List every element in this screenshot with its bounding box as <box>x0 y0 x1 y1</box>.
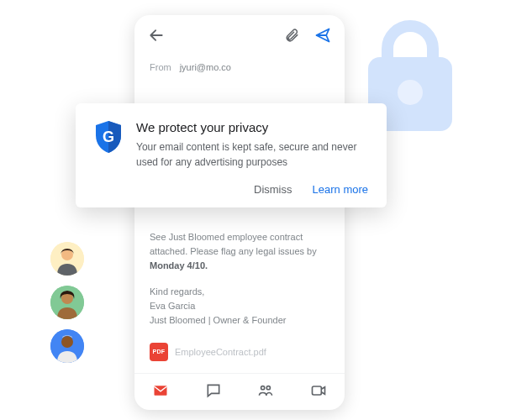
sig-name: Eva Garcia <box>150 299 329 313</box>
pdf-icon: PDF <box>150 343 168 361</box>
attachment-icon[interactable] <box>284 28 299 46</box>
from-value: jyuri@mo.co <box>180 62 231 72</box>
svg-point-4 <box>261 386 265 389</box>
from-row: From jyuri@mo.co <box>134 59 345 79</box>
nav-chat-icon[interactable] <box>205 382 222 402</box>
email-signature: Kind regards, Eva Garcia Just Bloomed | … <box>150 285 329 328</box>
privacy-body: Your email content is kept safe, secure … <box>136 139 368 170</box>
svg-point-5 <box>267 386 271 389</box>
dismiss-button[interactable]: Dismiss <box>254 183 292 196</box>
email-body-deadline: Monday 4/10. <box>150 260 208 270</box>
shield-icon: G <box>94 120 123 154</box>
attachment-filename: EmployeeContract.pdf <box>175 345 266 360</box>
svg-text:G: G <box>103 129 114 145</box>
email-text: See Just Bloomed employee contract attac… <box>150 230 329 273</box>
privacy-popup: G We protect your privacy Your email con… <box>76 103 387 207</box>
compose-topbar <box>134 15 345 59</box>
sig-regards: Kind regards, <box>150 285 329 299</box>
email-body-text: See Just Bloomed employee contract attac… <box>150 232 317 256</box>
svg-point-1 <box>398 80 423 105</box>
avatar <box>50 242 84 276</box>
nav-meet-icon[interactable] <box>310 382 327 402</box>
phone-frame: From jyuri@mo.co See Just Bloomed employ… <box>134 15 345 410</box>
svg-point-13 <box>61 336 73 348</box>
nav-mail-icon[interactable] <box>152 382 169 402</box>
attachment-chip[interactable]: PDF EmployeeContract.pdf <box>150 343 329 361</box>
collaborator-avatars <box>50 242 84 363</box>
send-icon[interactable] <box>314 27 331 47</box>
privacy-title: We protect your privacy <box>136 120 368 134</box>
svg-rect-6 <box>312 386 321 395</box>
back-arrow-icon[interactable] <box>148 27 165 47</box>
avatar <box>50 329 84 363</box>
bottom-nav <box>134 373 345 410</box>
from-label: From <box>150 62 171 72</box>
learn-more-button[interactable]: Learn more <box>313 183 368 196</box>
avatar <box>50 286 84 319</box>
nav-spaces-icon[interactable] <box>257 382 274 402</box>
sig-title: Just Bloomed | Owner & Founder <box>150 313 329 328</box>
